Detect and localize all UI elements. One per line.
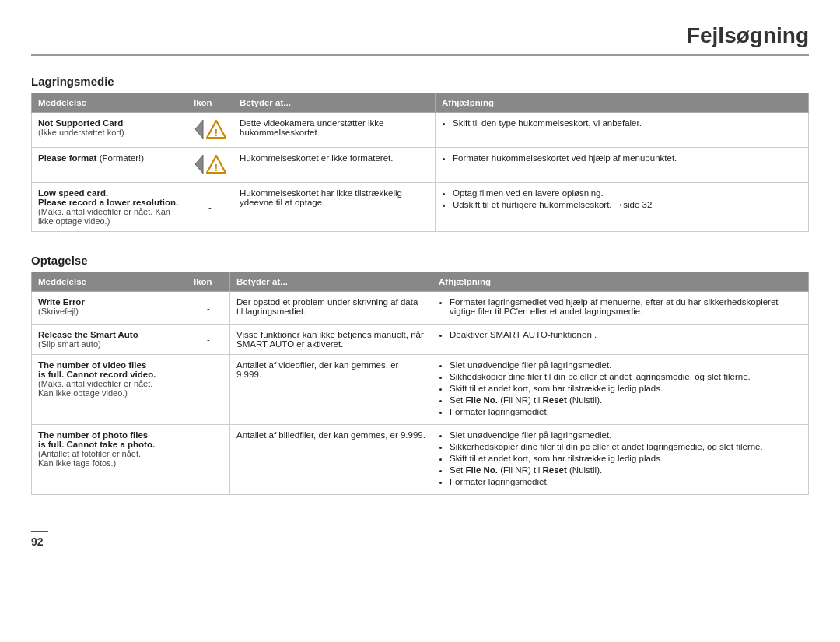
svg-marker-0 <box>195 120 203 139</box>
help-item: Skift til den type hukommelseskort, vi a… <box>453 118 802 128</box>
cell-means: Hukommelseskortet er ikke formateret. <box>233 148 436 183</box>
help-item: Set File No. (Fil NR) til Reset (Nulstil… <box>450 465 802 475</box>
cell-message: The number of photo filesis full. Cannot… <box>32 425 187 495</box>
cell-means: Antallet af billedfiler, der kan gemmes,… <box>230 425 432 495</box>
section-title-optagelse: Optagelse <box>31 254 809 267</box>
message-small: (Skrivefejl) <box>38 307 79 316</box>
cell-message: Low speed card.Please record a lower res… <box>32 183 187 232</box>
help-item: Skift til et andet kort, som har tilstræ… <box>450 384 802 393</box>
help-item: Formater lagringsmediet ved hjælp af men… <box>450 297 802 316</box>
table-row: The number of photo filesis full. Cannot… <box>32 425 809 495</box>
help-item: Formater hukommelseskortet ved hjælp af … <box>453 153 802 163</box>
help-item: Sikkerhedskopier dine filer til din pc e… <box>450 442 802 451</box>
table-row: Low speed card.Please record a lower res… <box>32 183 809 232</box>
message-bold: is full. Cannot take a photo. <box>38 440 155 449</box>
table-header: Betyder at... <box>233 93 436 113</box>
cell-icon: - <box>187 325 230 355</box>
page-title: Fejlsøgning <box>31 23 809 56</box>
table-row: The number of video filesis full. Cannot… <box>32 355 809 425</box>
svg-text:!: ! <box>215 127 218 139</box>
message-small: (Slip smart auto) <box>38 339 101 349</box>
table-header: Meddelelse <box>32 272 187 292</box>
message-bold: Please format <box>38 153 96 163</box>
cell-help: Skift til den type hukommelseskort, vi a… <box>436 113 809 148</box>
cell-message: Write Error(Skrivefejl) <box>32 292 187 325</box>
table-header: Ikon <box>187 272 230 292</box>
help-item: Formater lagringsmediet. <box>450 477 802 486</box>
message-bold: is full. Cannot record video. <box>38 370 156 379</box>
message-small: (Maks. antal videofiler er nået. Kan ikk… <box>38 207 170 226</box>
cell-icon: - <box>187 292 230 325</box>
help-item: Formater lagringsmediet. <box>450 407 802 416</box>
table-header: Afhjælpning <box>432 272 809 292</box>
cell-help: Slet unødvendige filer på lagringsmediet… <box>432 355 809 425</box>
message-small: (Maks. antal videofiler er nået. <box>38 379 152 388</box>
section-lagringsmedie: LagringsmedieMeddelelseIkonBetyder at...… <box>31 75 809 232</box>
table-row: Write Error(Skrivefejl)-Der opstod et pr… <box>32 292 809 325</box>
message-bold: The number of photo files <box>38 430 148 440</box>
cell-means: Dette videokamera understøtter ikke huko… <box>233 113 436 148</box>
cell-icon: - <box>187 425 230 495</box>
table-row: Please format (Formater!) ! Hukommelsesk… <box>32 148 809 183</box>
message-small: Kan ikke tage fotos.) <box>38 458 116 468</box>
svg-marker-3 <box>195 155 203 174</box>
table-row: Release the Smart Auto(Slip smart auto)-… <box>32 325 809 355</box>
help-item: Set File No. (Fil NR) til Reset (Nulstil… <box>450 395 802 405</box>
message-bold: Write Error <box>38 297 85 307</box>
cell-message: Release the Smart Auto(Slip smart auto) <box>32 325 187 355</box>
cell-help: Slet unødvendige filer på lagringsmediet… <box>432 425 809 495</box>
help-item: Sikhedskopier dine filer til din pc elle… <box>450 372 802 381</box>
cell-means: Der opstod et problem under skrivning af… <box>230 292 432 325</box>
cell-means: Visse funktioner kan ikke betjenes manue… <box>230 325 432 355</box>
help-item: Deaktiver SMART AUTO-funktionen . <box>450 330 802 339</box>
help-item: Optag filmen ved en lavere opløsning. <box>453 188 802 198</box>
cell-help: Formater hukommelseskortet ved hjælp af … <box>436 148 809 183</box>
help-item: Slet unødvendige filer på lagringsmediet… <box>450 430 802 440</box>
section-optagelse: OptagelseMeddelelseIkonBetyder at...Afhj… <box>31 254 809 495</box>
cell-message: Not Supported Card(Ikke understøttet kor… <box>32 113 187 148</box>
table-row: Not Supported Card(Ikke understøttet kor… <box>32 113 809 148</box>
message-bold: The number of video files <box>38 360 146 370</box>
help-item: Slet unødvendige filer på lagringsmediet… <box>450 360 802 370</box>
cell-help: Optag filmen ved en lavere opløsning.Uds… <box>436 183 809 232</box>
table-header: Betyder at... <box>230 272 432 292</box>
svg-text:!: ! <box>215 162 218 174</box>
message-small: (Ikke understøttet kort) <box>38 128 124 137</box>
message-small: Kan ikke optage video.) <box>38 388 128 398</box>
cell-icon: - <box>187 183 233 232</box>
cell-means: Hukommelseskortet har ikke tilstrækkelig… <box>233 183 436 232</box>
cell-icon: ! <box>187 148 233 183</box>
message-bold: Please record a lower resolution. <box>38 198 178 207</box>
message-bold: Not Supported Card <box>38 118 123 128</box>
help-item: Skift til et andet kort, som har tilstræ… <box>450 454 802 463</box>
table-header: Ikon <box>187 93 233 113</box>
message-suffix: (Formater!) <box>96 153 144 163</box>
message-bold: Release the Smart Auto <box>38 330 138 339</box>
message-bold: Low speed card. <box>38 188 108 198</box>
section-title-lagringsmedie: Lagringsmedie <box>31 75 809 88</box>
cell-help: Formater lagringsmediet ved hjælp af men… <box>432 292 809 325</box>
cell-help: Deaktiver SMART AUTO-funktionen . <box>432 325 809 355</box>
message-small: (Antallet af fotofiler er nået. <box>38 449 141 458</box>
table-header: Afhjælpning <box>436 93 809 113</box>
cell-icon: ! <box>187 113 233 148</box>
table-header: Meddelelse <box>32 93 187 113</box>
cell-message: Please format (Formater!) <box>32 148 187 183</box>
cell-icon: - <box>187 355 230 425</box>
page-number: 92 <box>31 531 48 548</box>
help-item: Udskift til et hurtigere hukommelseskort… <box>453 200 802 209</box>
cell-message: The number of video filesis full. Cannot… <box>32 355 187 425</box>
cell-means: Antallet af videofiler, der kan gemmes, … <box>230 355 432 425</box>
